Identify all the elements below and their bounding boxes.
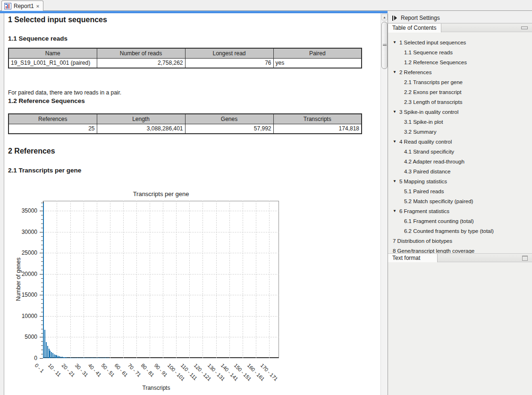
toc-item[interactable]: 3.2 Summary bbox=[388, 127, 532, 137]
toc-item[interactable]: 2.2 Exons per transcript bbox=[388, 87, 532, 97]
bar bbox=[58, 356, 59, 358]
toc-item[interactable]: ▼3 Spike-in quality control bbox=[388, 107, 532, 117]
bar bbox=[88, 358, 89, 358]
sidebar-expand-icon[interactable] bbox=[392, 16, 397, 21]
toc-item[interactable]: ▼5 Mapping statistics bbox=[388, 176, 532, 186]
gridline-vertical bbox=[216, 201, 217, 358]
toc-collapse-arrow-icon[interactable]: ▼ bbox=[393, 40, 399, 44]
plot-area bbox=[43, 201, 279, 358]
sequence-reads-table: NameNumber of readsLongest readPaired19_… bbox=[8, 48, 362, 69]
table-header-cell: References bbox=[8, 114, 97, 124]
bar bbox=[99, 358, 100, 358]
toc-item[interactable]: ▼2 References bbox=[388, 67, 532, 77]
bar bbox=[47, 346, 48, 358]
y-minor-tick bbox=[41, 283, 43, 283]
toc-item[interactable]: 4.3 Paired distance bbox=[388, 166, 532, 176]
section-heading-2-1: 2.1 Transcripts per gene bbox=[8, 167, 81, 174]
toc-collapse-arrow-icon[interactable]: ▼ bbox=[393, 139, 399, 144]
toc-item[interactable]: 7 Distribution of biotypes bbox=[388, 236, 532, 246]
y-minor-tick bbox=[41, 320, 43, 321]
report-settings-title: Report Settings bbox=[401, 15, 440, 21]
toc-item[interactable]: 5.1 Paired reads bbox=[388, 186, 532, 196]
bar bbox=[79, 358, 80, 358]
minimize-panel-icon[interactable] bbox=[521, 26, 528, 29]
toc-item-label: 4.1 Strand specificity bbox=[404, 149, 454, 155]
table-cell: 76 bbox=[185, 58, 273, 68]
table-cell: yes bbox=[273, 58, 362, 68]
y-major-tick bbox=[40, 274, 43, 275]
toc-item-label: 3.1 Spike-in plot bbox=[404, 119, 443, 125]
toc-item[interactable]: 4.2 Adapter read-through bbox=[388, 156, 532, 166]
report-settings-panel: Report Settings Table of Contents ▼1 Sel… bbox=[388, 13, 532, 395]
y-tick-label: 30000 bbox=[14, 229, 37, 235]
toc-item[interactable]: 4.1 Strand specificity bbox=[388, 146, 532, 156]
toc-item[interactable]: ▼1 Selected input sequences bbox=[388, 37, 532, 47]
table-cell: 57,992 bbox=[185, 124, 273, 134]
x-tick-label: 0 - 1 bbox=[34, 362, 45, 374]
toc-item-label: 1.1 Sequence reads bbox=[404, 50, 453, 55]
report-tab[interactable]: Report1 × bbox=[1, 0, 43, 11]
y-minor-tick bbox=[41, 329, 43, 329]
toc-item[interactable]: 2.1 Transcripts per gene bbox=[388, 77, 532, 87]
tab-title: Report1 bbox=[14, 3, 34, 9]
y-minor-tick bbox=[41, 215, 43, 215]
bar bbox=[82, 358, 83, 358]
bar bbox=[77, 358, 78, 358]
toc-item[interactable]: 2.3 Length of transcripts bbox=[388, 97, 532, 107]
gridline-vertical bbox=[189, 201, 190, 358]
y-tick-label: 10000 bbox=[14, 313, 37, 319]
section-heading-1-2: 1.2 Reference Sequences bbox=[8, 97, 85, 104]
toc-item-label: 2.1 Transcripts per gene bbox=[404, 79, 463, 85]
bar bbox=[62, 357, 63, 358]
toc-tab[interactable]: Table of Contents bbox=[388, 24, 441, 33]
x-tick-label: 20 - 21 bbox=[60, 362, 76, 378]
toc-item[interactable]: 1.2 Reference Sequences bbox=[388, 57, 532, 67]
text-format-tab-label: Text format bbox=[392, 255, 420, 261]
y-major-tick bbox=[40, 253, 43, 253]
scroll-up-icon[interactable]: ▲ bbox=[381, 14, 388, 20]
y-tick-label: 20000 bbox=[14, 271, 37, 277]
tab-close-icon[interactable]: × bbox=[36, 3, 39, 9]
y-minor-tick bbox=[41, 345, 43, 346]
bar bbox=[66, 357, 67, 358]
scrollbar-grip bbox=[383, 44, 387, 46]
y-minor-tick bbox=[41, 287, 43, 287]
toc-item-label: 4 Read quality control bbox=[399, 139, 452, 145]
toc-item[interactable]: 6.2 Counted fragments by type (total) bbox=[388, 226, 532, 236]
toc-collapse-arrow-icon[interactable]: ▼ bbox=[393, 179, 399, 183]
y-minor-tick bbox=[41, 203, 43, 203]
y-tick-label: 25000 bbox=[14, 249, 37, 256]
toc-item[interactable]: 1.1 Sequence reads bbox=[388, 47, 532, 57]
bar bbox=[95, 358, 96, 358]
chart-title: Transcripts per gene bbox=[43, 190, 279, 198]
paired-note: For paired data, there are two reads in … bbox=[8, 89, 121, 96]
gridline-horizontal bbox=[43, 211, 279, 211]
y-major-tick bbox=[40, 358, 43, 359]
table-header-cell: Genes bbox=[185, 114, 273, 124]
bar bbox=[100, 358, 101, 358]
toc-item[interactable]: 5.2 Match specificity (paired) bbox=[388, 196, 532, 206]
text-format-tab[interactable]: Text format bbox=[388, 254, 438, 263]
toc-item-label: 2 References bbox=[399, 69, 431, 75]
y-major-tick bbox=[40, 232, 43, 232]
report-settings-header[interactable]: Report Settings bbox=[388, 13, 532, 23]
y-minor-tick bbox=[41, 249, 43, 249]
bar bbox=[67, 358, 68, 358]
toc-collapse-arrow-icon[interactable]: ▼ bbox=[393, 110, 399, 114]
toc-item[interactable]: ▼4 Read quality control bbox=[388, 137, 532, 146]
vertical-scrollbar[interactable]: ▲ bbox=[380, 13, 388, 395]
bar bbox=[74, 358, 75, 358]
toc-item[interactable]: ▼6 Fragment statistics bbox=[388, 206, 532, 216]
toc-collapse-arrow-icon[interactable]: ▼ bbox=[393, 70, 399, 74]
text-format-panel-icon[interactable] bbox=[522, 256, 528, 261]
toc-item[interactable]: 6.1 Fragment counting (total) bbox=[388, 216, 532, 226]
toc-collapse-arrow-icon[interactable]: ▼ bbox=[393, 209, 399, 213]
bar bbox=[101, 358, 102, 358]
table-row: 19_S19_L001_R1_001 (paired)2,758,26276ye… bbox=[8, 58, 362, 68]
table-header-cell: Transcripts bbox=[273, 114, 362, 124]
toc-item[interactable]: 3.1 Spike-in plot bbox=[388, 117, 532, 127]
scrollbar-thumb[interactable] bbox=[381, 22, 388, 69]
toc-item[interactable]: 8 Gene/transcript length coverage bbox=[388, 246, 532, 253]
y-minor-tick bbox=[41, 341, 43, 342]
bar bbox=[76, 358, 77, 358]
